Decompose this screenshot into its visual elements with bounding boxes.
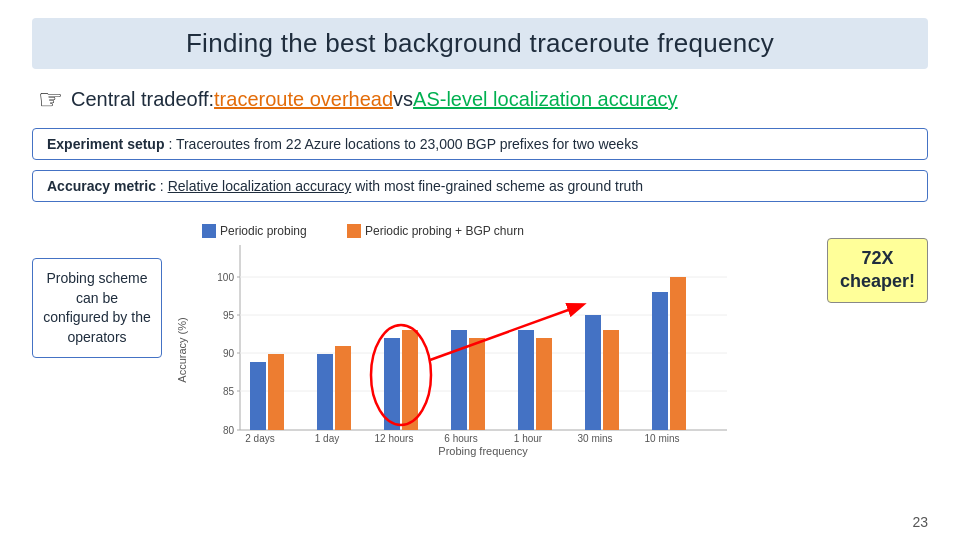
svg-rect-33 (518, 330, 534, 430)
svg-text:30 mins: 30 mins (577, 433, 612, 444)
bar-chart: Periodic probing Periodic probing + BGP … (172, 220, 752, 460)
svg-rect-34 (536, 338, 552, 430)
svg-text:1 hour: 1 hour (514, 433, 543, 444)
svg-point-43 (371, 325, 431, 425)
svg-text:2 days: 2 days (245, 433, 274, 444)
svg-text:12 hours: 12 hours (375, 433, 414, 444)
svg-rect-28 (402, 330, 418, 430)
tradeoff-prefix: Central tradeoff: (71, 88, 214, 111)
main-content: Probing scheme can be configured by the … (32, 218, 928, 528)
svg-rect-39 (652, 292, 668, 430)
svg-rect-0 (202, 224, 216, 238)
svg-text:100: 100 (217, 272, 234, 283)
svg-rect-30 (451, 330, 467, 430)
svg-text:85: 85 (223, 386, 235, 397)
svg-rect-40 (670, 277, 686, 430)
slide-title: Finding the best background traceroute f… (186, 28, 774, 58)
tradeoff-vs: vs (393, 88, 413, 111)
accuracy-colon: : (160, 178, 168, 194)
svg-rect-37 (603, 330, 619, 430)
svg-text:1 day: 1 day (315, 433, 339, 444)
cheaper-box: 72Xcheaper! (827, 238, 928, 303)
title-bar: Finding the best background traceroute f… (32, 18, 928, 69)
svg-text:90: 90 (223, 348, 235, 359)
tradeoff-orange: traceroute overhead (214, 88, 393, 111)
chart-area: Periodic probing Periodic probing + BGP … (172, 218, 928, 460)
experiment-text: : Traceroutes from 22 Azure locations to… (168, 136, 638, 152)
svg-rect-31 (469, 338, 485, 430)
probing-label-box: Probing scheme can be configured by the … (32, 258, 162, 358)
svg-text:Periodic probing + BGP churn: Periodic probing + BGP churn (365, 224, 524, 238)
svg-rect-2 (347, 224, 361, 238)
svg-text:80: 80 (223, 425, 235, 436)
experiment-label: Experiment setup (47, 136, 164, 152)
svg-text:95: 95 (223, 310, 235, 321)
svg-text:Periodic probing: Periodic probing (220, 224, 307, 238)
svg-rect-36 (585, 315, 601, 430)
central-tradeoff: ☞ Central tradeoff: traceroute overhead … (32, 83, 928, 116)
tradeoff-green: AS-level localization accuracy (413, 88, 678, 111)
experiment-setup-box: Experiment setup : Traceroutes from 22 A… (32, 128, 928, 160)
accuracy-rest: with most fine-grained scheme as ground … (355, 178, 643, 194)
svg-rect-21 (250, 362, 266, 430)
slide-number: 23 (912, 514, 928, 530)
svg-rect-27 (384, 338, 400, 430)
svg-text:Probing frequency: Probing frequency (438, 445, 528, 457)
accuracy-metric-box: Accuracy metric : Relative localization … (32, 170, 928, 202)
svg-text:10 mins: 10 mins (644, 433, 679, 444)
svg-rect-25 (335, 346, 351, 430)
svg-rect-24 (317, 354, 333, 430)
slide: Finding the best background traceroute f… (0, 0, 960, 540)
pointing-hand-icon: ☞ (38, 83, 63, 116)
svg-rect-22 (268, 354, 284, 430)
svg-text:Accuracy (%): Accuracy (%) (176, 317, 188, 382)
accuracy-underline: Relative localization accuracy (168, 178, 352, 194)
probing-label-text: Probing scheme can be configured by the … (43, 270, 150, 345)
svg-text:6 hours: 6 hours (444, 433, 477, 444)
accuracy-label: Accuracy metric (47, 178, 156, 194)
cheaper-text: 72Xcheaper! (840, 248, 915, 291)
